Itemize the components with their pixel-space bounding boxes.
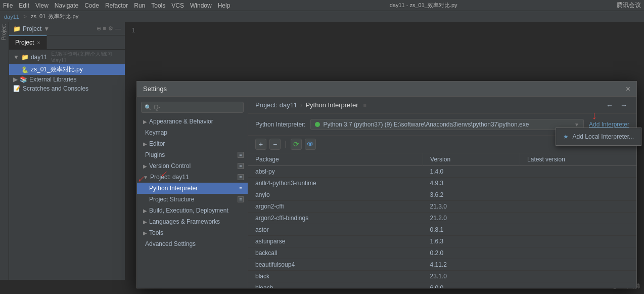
table-row[interactable]: astunparse 1.6.3 — [248, 236, 636, 247]
breadcrumb-day11[interactable]: day11 — [4, 14, 19, 20]
menu-edit[interactable]: Edit — [19, 2, 29, 9]
table-row[interactable]: argon2-cffi 21.3.0 — [248, 201, 636, 213]
menu-tools[interactable]: Tools — [151, 2, 165, 9]
menu-view[interactable]: View — [35, 2, 49, 9]
dialog-title-label: Settings — [143, 85, 167, 93]
menu-file[interactable]: File — [3, 2, 13, 9]
nav-keymap[interactable]: Keymap — [137, 127, 248, 138]
add-local-interpreter-item[interactable]: ★ Add Local Interpreter... — [556, 130, 641, 143]
pkg-latest — [520, 201, 636, 213]
breadcrumb-path: Project: day11 › Python Interpreter ≡ — [255, 101, 366, 109]
pkg-latest — [520, 247, 636, 259]
table-row[interactable]: backcall 0.2.0 — [248, 247, 636, 259]
tree-file[interactable]: 🐍 zs_01_效率对比.py — [9, 64, 125, 75]
nav-project-day11[interactable]: ▼ Project: day11 ≡ — [137, 172, 248, 183]
pkg-name: beautifulsoup4 — [248, 259, 423, 271]
nav-build[interactable]: ▶ Build, Execution, Deployment — [137, 205, 248, 216]
plugins-badge: ≡ — [238, 152, 244, 158]
nav-plugins[interactable]: Plugins ≡ — [137, 149, 248, 160]
nav-arrow-build: ▶ — [143, 208, 147, 214]
settings-dialog: Settings × 🔍 ▶ Appearance & Behavior Key… — [136, 81, 637, 288]
table-row[interactable]: bleach 6.0.0 — [248, 282, 636, 288]
breadcrumb-sep: > — [23, 13, 27, 20]
folder-icon: 📁 — [13, 25, 21, 32]
menu-refactor[interactable]: Refactor — [105, 2, 128, 9]
tree-root[interactable]: ▼ 📁 day11 E:\教学资料\文档\个人\练习\day11 — [9, 50, 125, 64]
settings-search-box[interactable]: 🔍 — [141, 102, 244, 113]
menu-help[interactable]: Help — [218, 2, 231, 9]
pin-icon[interactable]: — — [115, 25, 121, 32]
table-row[interactable]: antlr4-python3-runtime 4.9.3 — [248, 178, 636, 189]
dialog-close-button[interactable]: × — [626, 85, 630, 93]
project-badge: ≡ — [238, 174, 244, 180]
locate-icon[interactable]: ⊕ — [97, 25, 101, 32]
pkg-latest — [520, 259, 636, 271]
nav-python-interpreter[interactable]: Python Interpreter ≡ — [137, 183, 248, 194]
pkg-name: argon2-cffi — [248, 201, 423, 213]
table-row[interactable]: argon2-cffi-bindings 21.2.0 — [248, 213, 636, 224]
settings-search-input[interactable] — [154, 104, 240, 111]
add-package-button[interactable]: + — [255, 139, 266, 150]
nav-advanced[interactable]: Advanced Settings — [137, 238, 248, 249]
nav-appearance[interactable]: ▶ Appearance & Behavior — [137, 116, 248, 127]
table-row[interactable]: black 23.1.0 — [248, 271, 636, 282]
breadcrumb-file[interactable]: zs_01_效率对比.py — [31, 13, 78, 20]
settings-breadcrumb: Project: day11 › Python Interpreter ≡ ← … — [248, 97, 636, 114]
collapse-icon[interactable]: ≡ — [103, 25, 106, 32]
back-button[interactable]: ← — [604, 100, 615, 110]
show-details-button[interactable]: 👁 — [305, 139, 316, 150]
project-tab[interactable]: Project — [0, 22, 8, 42]
nav-version-control[interactable]: ▶ Version Control ≡ — [137, 160, 248, 172]
nav-label-vc: Version Control — [149, 162, 191, 170]
project-tab-bar: Project × — [9, 35, 125, 50]
pkg-latest — [520, 282, 636, 288]
tab-close-icon[interactable]: × — [37, 39, 40, 46]
tree-scratches[interactable]: 📝 Scratches and Consoles — [9, 84, 125, 93]
pkg-name: absl-py — [248, 166, 423, 178]
nav-label-python-interpreter: Python Interpreter — [149, 185, 198, 192]
interp-badge: ≡ — [238, 185, 244, 191]
menu-window[interactable]: Window — [190, 2, 212, 9]
tree-root-path: E:\教学资料\文档\个人\练习\day11 — [52, 51, 121, 63]
interpreter-label: Python Interpreter: — [255, 121, 305, 128]
interpreter-status-dot — [315, 122, 320, 127]
menu-vcs[interactable]: VCS — [171, 2, 184, 9]
pkg-name: antlr4-python3-runtime — [248, 178, 423, 189]
dialog-titlebar: Settings × — [137, 81, 636, 97]
breadcrumb-menu-icon[interactable]: ≡ — [363, 102, 366, 108]
pkg-version: 21.3.0 — [423, 201, 520, 213]
tree-ext-label: External Libraries — [29, 76, 76, 83]
menu-navigate[interactable]: Navigate — [55, 2, 78, 9]
search-icon: 🔍 — [145, 104, 152, 111]
remove-package-button[interactable]: − — [269, 139, 281, 150]
nav-project-structure[interactable]: Project Structure ≡ — [137, 194, 248, 205]
star-icon: ★ — [563, 133, 569, 140]
menu-code[interactable]: Code — [84, 2, 99, 9]
settings-content: Project: day11 › Python Interpreter ≡ ← … — [248, 97, 636, 288]
table-row[interactable]: anyio 3.6.2 — [248, 189, 636, 201]
interpreter-dropdown[interactable]: Python 3.7 (python37) (9) E:\software\An… — [310, 119, 584, 130]
table-row[interactable]: astor 0.8.1 — [248, 224, 636, 236]
update-package-button[interactable]: ⟳ — [291, 139, 302, 150]
project-panel-title: 📁 Project ▼ — [13, 25, 50, 32]
nav-languages[interactable]: ▶ Languages & Frameworks — [137, 216, 248, 227]
pkg-version: 4.9.3 — [423, 178, 520, 189]
project-panel-label: Project — [23, 25, 41, 32]
add-interpreter-button[interactable]: Add Interpreter — [589, 121, 629, 128]
table-row[interactable]: absl-py 1.4.0 — [248, 166, 636, 178]
more-icon[interactable]: ⚙ — [108, 25, 113, 32]
nav-label-project-day11: Project: day11 — [150, 174, 189, 181]
menu-run[interactable]: Run — [134, 2, 145, 9]
tree-external-libraries[interactable]: ▶ 📚 External Libraries — [9, 75, 125, 84]
pkg-name: astunparse — [248, 236, 423, 247]
breadcrumb-nav-icons: ← → — [604, 100, 629, 110]
project-dropdown-icon[interactable]: ▼ — [43, 25, 50, 32]
nav-editor[interactable]: ▶ Editor — [137, 138, 248, 149]
interpreter-value: Python 3.7 (python37) (9) E:\software\An… — [323, 121, 571, 128]
tab-project[interactable]: Project × — [9, 35, 47, 49]
dialog-body: 🔍 ▶ Appearance & Behavior Keymap ▶ Edito… — [137, 97, 636, 288]
table-row[interactable]: beautifulsoup4 4.11.2 — [248, 259, 636, 271]
nav-tools[interactable]: ▶ Tools — [137, 227, 248, 238]
pkg-version: 6.0.0 — [423, 282, 520, 288]
forward-button[interactable]: → — [618, 100, 629, 110]
